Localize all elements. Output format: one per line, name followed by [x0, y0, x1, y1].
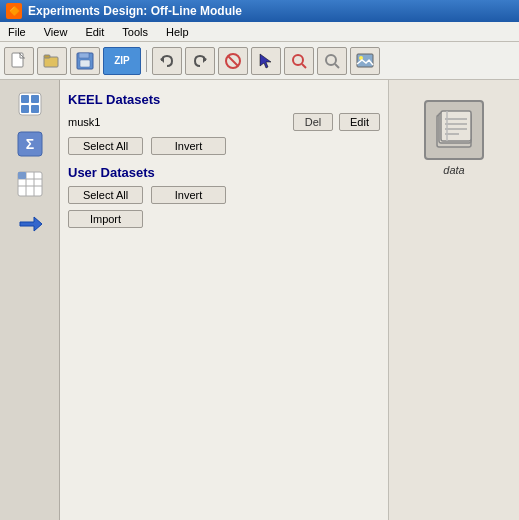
keel-invert-button[interactable]: Invert	[151, 137, 226, 155]
menu-view[interactable]: View	[40, 25, 72, 39]
separator-1	[146, 50, 147, 72]
dataset-name-musk1: musk1	[68, 116, 287, 128]
sidebar-table-icon[interactable]	[10, 166, 50, 202]
main-area: Σ KEEL Datasets musk1 Del	[0, 80, 519, 520]
data-icon-label: data	[443, 164, 464, 176]
right-panel: data	[389, 80, 519, 520]
undo-button[interactable]	[152, 47, 182, 75]
svg-marker-10	[260, 54, 271, 68]
menu-file[interactable]: File	[4, 25, 30, 39]
data-icon-container: data	[424, 100, 484, 176]
svg-line-9	[228, 56, 238, 66]
menu-help[interactable]: Help	[162, 25, 193, 39]
cursor-button[interactable]	[251, 47, 281, 75]
keel-actions-row: Select All Invert	[68, 137, 380, 155]
user-select-all-button[interactable]: Select All	[68, 186, 143, 204]
save-button[interactable]	[70, 47, 100, 75]
open-button[interactable]	[37, 47, 67, 75]
svg-rect-33	[441, 111, 471, 141]
user-actions-row: Select All Invert	[68, 186, 380, 204]
user-invert-button[interactable]: Invert	[151, 186, 226, 204]
center-panel: KEEL Datasets musk1 Del Edit Select All …	[60, 80, 389, 520]
keel-datasets-title: KEEL Datasets	[68, 92, 380, 107]
svg-rect-29	[18, 172, 26, 179]
zip-label: ZIP	[114, 55, 130, 66]
keel-select-all-button[interactable]: Select All	[68, 137, 143, 155]
svg-line-14	[335, 64, 339, 68]
svg-rect-20	[21, 105, 29, 113]
import-button[interactable]: Import	[68, 210, 143, 228]
zoom-button[interactable]	[317, 47, 347, 75]
search-button[interactable]	[284, 47, 314, 75]
toolbar: ZIP	[0, 42, 519, 80]
svg-rect-5	[80, 60, 90, 67]
user-import-row: Import	[68, 210, 380, 228]
svg-rect-15	[357, 54, 373, 67]
svg-marker-30	[20, 217, 42, 231]
keel-dataset-row: musk1 Del Edit	[68, 113, 380, 131]
data-icon	[424, 100, 484, 160]
svg-rect-18	[21, 95, 29, 103]
svg-text:Σ: Σ	[25, 136, 33, 152]
redo-button[interactable]	[185, 47, 215, 75]
svg-rect-19	[31, 95, 39, 103]
new-button[interactable]	[4, 47, 34, 75]
app-icon: 🔶	[6, 3, 22, 19]
svg-point-11	[293, 55, 303, 65]
menu-edit[interactable]: Edit	[81, 25, 108, 39]
del-button[interactable]: Del	[293, 113, 333, 131]
sidebar-arrow-icon[interactable]	[10, 206, 50, 242]
svg-line-12	[302, 64, 306, 68]
sidebar: Σ	[0, 80, 60, 520]
zip-button[interactable]: ZIP	[103, 47, 141, 75]
menu-tools[interactable]: Tools	[118, 25, 152, 39]
edit-button[interactable]: Edit	[339, 113, 380, 131]
title-bar: 🔶 Experiments Design: Off-Line Module	[0, 0, 519, 22]
stop-button[interactable]	[218, 47, 248, 75]
sidebar-algorithm-icon[interactable]: Σ	[10, 126, 50, 162]
svg-rect-4	[79, 53, 89, 58]
window-title: Experiments Design: Off-Line Module	[28, 4, 242, 18]
keel-datasets-section: KEEL Datasets musk1 Del Edit Select All …	[68, 92, 380, 155]
svg-rect-2	[44, 55, 50, 58]
menu-bar: File View Edit Tools Help	[0, 22, 519, 42]
svg-point-13	[326, 55, 336, 65]
sidebar-dataset-icon[interactable]	[10, 86, 50, 122]
user-datasets-section: User Datasets Select All Invert Import	[68, 165, 380, 228]
image-button[interactable]	[350, 47, 380, 75]
svg-rect-21	[31, 105, 39, 113]
user-datasets-title: User Datasets	[68, 165, 380, 180]
